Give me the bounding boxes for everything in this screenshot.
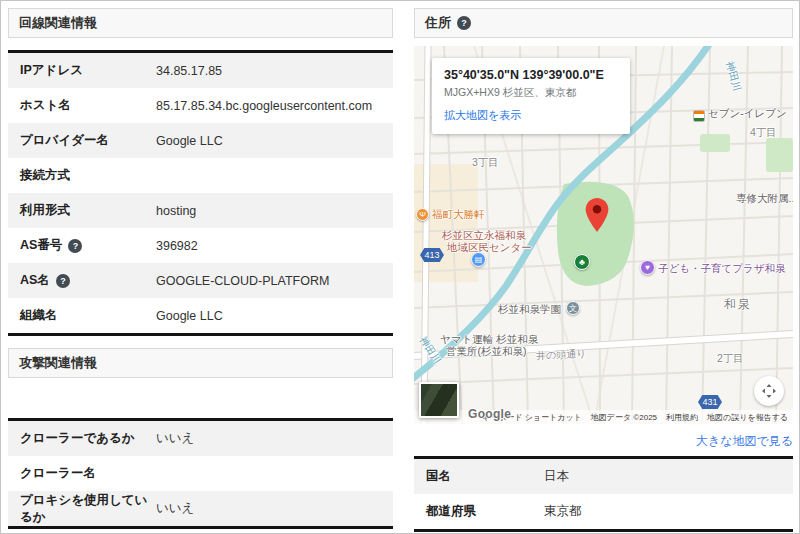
row-label-text: プロバイダー名 bbox=[20, 132, 109, 149]
row-value: いいえ bbox=[156, 430, 194, 447]
row-value: 34.85.17.85 bbox=[156, 64, 222, 78]
yamato-label-2: 営業所(杉並和泉) bbox=[446, 345, 527, 359]
section-title-attack-info: 攻撃関連情報 bbox=[19, 354, 97, 372]
google-map[interactable]: 35°40'35.0"N 139°39'00.0"E MJGX+HX9 杉並区、… bbox=[414, 46, 793, 424]
table-row-usage-type: 利用形式 hosting bbox=[8, 193, 393, 228]
row-label: クローラーであるか bbox=[8, 430, 156, 447]
row-label-text: 組織名 bbox=[20, 307, 58, 324]
izumi-district-label: 和泉 bbox=[724, 296, 752, 313]
terms-link[interactable]: 利用規約 bbox=[666, 412, 698, 423]
section-title-address: 住所 bbox=[425, 14, 451, 32]
row-label: 都道府県 bbox=[414, 503, 544, 520]
table-row-proxy: プロキシを使用しているか いいえ bbox=[8, 491, 393, 526]
row-label-text: IPアドレス bbox=[20, 62, 83, 79]
help-icon[interactable]: ? bbox=[56, 274, 70, 288]
chome3-label: 3丁目 bbox=[472, 156, 499, 170]
enlarge-map-link[interactable]: 拡大地図を表示 bbox=[444, 108, 618, 123]
table-row-prefecture: 都道府県 東京都 bbox=[414, 494, 793, 529]
line-info-panel: 回線関連情報 IPアドレス 34.85.17.85 ホスト名 85.17.85.… bbox=[8, 8, 393, 529]
row-label: プロバイダー名 bbox=[8, 132, 156, 149]
park-marker-icon[interactable]: ♣ bbox=[574, 254, 590, 270]
section-header-address: 住所 ? bbox=[414, 8, 793, 38]
table-row-as-name: AS名 ? GOOGLE-CLOUD-PLATFORM bbox=[8, 263, 393, 298]
inokashira-street-label: 井の頭通り bbox=[536, 347, 587, 364]
row-value: いいえ bbox=[156, 500, 194, 517]
section-header-attack-info: 攻撃関連情報 bbox=[8, 348, 393, 378]
school-label: 杉並和泉学園 bbox=[498, 303, 561, 317]
pan-arrows-icon bbox=[761, 383, 777, 399]
seven-eleven-marker-icon[interactable] bbox=[693, 110, 705, 122]
row-label-text: 国名 bbox=[426, 468, 451, 485]
row-label: プロキシを使用しているか bbox=[8, 492, 156, 526]
table-row-ip: IPアドレス 34.85.17.85 bbox=[8, 53, 393, 88]
row-value: 日本 bbox=[544, 468, 569, 485]
taishoken-label: 福町大勝軒 bbox=[432, 208, 485, 222]
row-value: 396982 bbox=[156, 239, 198, 253]
google-logo[interactable]: Google bbox=[468, 407, 511, 421]
restaurant-marker-icon[interactable]: Ψ bbox=[416, 208, 429, 221]
row-label: ホスト名 bbox=[8, 97, 156, 114]
kodomo-plaza-label: 子ども・子育てプラザ和泉 bbox=[658, 262, 785, 276]
row-value: Google LLC bbox=[156, 134, 223, 148]
row-value: Google LLC bbox=[156, 309, 223, 323]
address-table: 国名 日本 都道府県 東京都 bbox=[414, 456, 793, 532]
row-label-text: AS名 bbox=[20, 272, 50, 289]
chome2-label: 2丁目 bbox=[717, 352, 744, 366]
row-label-text: 都道府県 bbox=[426, 503, 476, 520]
school-marker-icon[interactable]: 文 bbox=[566, 301, 580, 315]
row-label-text: プロキシを使用しているか bbox=[20, 492, 156, 526]
line-info-table: IPアドレス 34.85.17.85 ホスト名 85.17.85.34.bc.g… bbox=[8, 50, 393, 336]
map-pin-icon[interactable] bbox=[585, 198, 609, 236]
community-center-marker-icon[interactable]: ▤ bbox=[471, 252, 486, 267]
row-label-text: クローラーであるか bbox=[20, 430, 135, 447]
senshu-label: 専修大附属... bbox=[736, 192, 793, 206]
row-label: IPアドレス bbox=[8, 62, 156, 79]
help-icon[interactable]: ? bbox=[68, 239, 82, 253]
row-label: 国名 bbox=[414, 468, 544, 485]
table-row-is-crawler: クローラーであるか いいえ bbox=[8, 421, 393, 456]
help-icon[interactable]: ? bbox=[457, 16, 471, 30]
section-header-line-info: 回線関連情報 bbox=[8, 8, 393, 38]
row-label: 接続方式 bbox=[8, 167, 156, 184]
table-row-connection: 接続方式 bbox=[8, 158, 393, 193]
larger-map-link[interactable]: 大きな地図で見る bbox=[696, 434, 793, 448]
row-label-text: AS番号 bbox=[20, 237, 62, 254]
table-row-organization: 組織名 Google LLC bbox=[8, 298, 393, 333]
report-error-link[interactable]: 地図の誤りを報告する bbox=[707, 412, 788, 423]
community-center-label-2: 地域区民センター bbox=[447, 241, 532, 255]
row-label-text: クローラー名 bbox=[20, 465, 96, 482]
chome4-label: 4丁目 bbox=[750, 126, 777, 140]
table-row-crawler-name: クローラー名 bbox=[8, 456, 393, 491]
address-panel: 住所 ? bbox=[414, 8, 793, 532]
row-label: クローラー名 bbox=[8, 465, 156, 482]
map-data-text: 地図データ ©2025 bbox=[591, 412, 657, 423]
kodomo-plaza-marker-icon[interactable]: ♥ bbox=[640, 260, 655, 275]
row-label: 利用形式 bbox=[8, 202, 156, 219]
row-label-text: 接続方式 bbox=[20, 167, 70, 184]
table-row-as-number: AS番号 ? 396982 bbox=[8, 228, 393, 263]
table-row-country: 国名 日本 bbox=[414, 459, 793, 494]
row-label: AS番号 ? bbox=[8, 237, 156, 254]
row-value: 東京都 bbox=[544, 503, 582, 520]
route-413-shield: 413 bbox=[420, 248, 444, 262]
row-label: 組織名 bbox=[8, 307, 156, 324]
row-label-text: ホスト名 bbox=[20, 97, 71, 114]
satellite-toggle[interactable] bbox=[419, 382, 459, 418]
table-row-provider: プロバイダー名 Google LLC bbox=[8, 123, 393, 158]
pan-control[interactable] bbox=[754, 376, 784, 406]
map-info-window: 35°40'35.0"N 139°39'00.0"E MJGX+HX9 杉並区、… bbox=[432, 58, 630, 134]
table-row-hostname: ホスト名 85.17.85.34.bc.googleusercontent.co… bbox=[8, 88, 393, 123]
coordinates-text: 35°40'35.0"N 139°39'00.0"E bbox=[444, 68, 618, 82]
plus-code-text: MJGX+HX9 杉並区、東京都 bbox=[444, 86, 618, 100]
larger-map-row: 大きな地図で見る bbox=[414, 431, 793, 448]
row-value: 85.17.85.34.bc.googleusercontent.com bbox=[156, 99, 372, 113]
seven-eleven-label: セブン-イレブン bbox=[708, 107, 787, 121]
row-label-text: 利用形式 bbox=[20, 202, 70, 219]
row-value: hosting bbox=[156, 204, 196, 218]
attack-info-table: クローラーであるか いいえ クローラー名 プロキシを使用しているか いいえ bbox=[8, 418, 393, 529]
route-431-shield: 431 bbox=[698, 395, 722, 409]
row-value: GOOGLE-CLOUD-PLATFORM bbox=[156, 274, 329, 288]
section-title-line-info: 回線関連情報 bbox=[19, 14, 97, 32]
row-label: AS名 ? bbox=[8, 272, 156, 289]
